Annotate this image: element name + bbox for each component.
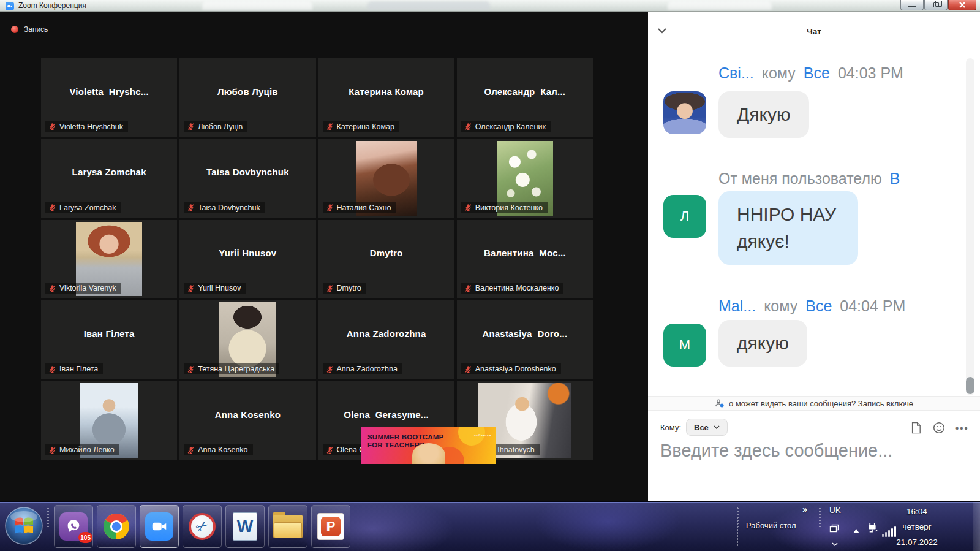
chrome-icon [102,512,130,541]
tray-show-hidden-icons[interactable] [853,525,860,536]
participant-label: Олександр Каленик [461,121,551,132]
chat-panel: Чат Сві... кому Все 04:03 PM Дякую От ме… [648,12,980,501]
muted-mic-icon [187,284,195,292]
taskbar-viber-button[interactable]: 105 [54,505,93,548]
participant-label: Наталия Сахно [323,202,396,213]
taskbar-word-button[interactable]: W [225,505,265,548]
restore-icon [933,2,939,7]
taskbar-snipping-tool-button[interactable]: ✂ [183,505,222,548]
participant-display-name: Валентина Мос... [457,248,593,258]
chat-scrollbar-thumb[interactable] [966,377,974,394]
muted-mic-icon [326,203,334,211]
participant-tile[interactable]: Любов Луців Любов Луців [179,58,315,137]
taskbar-powerpoint-button[interactable]: P [311,505,350,548]
caret-down-icon [714,425,720,429]
muted-mic-icon [326,284,334,292]
message-to-word: кому [764,297,797,315]
toolbar-overflow-chevron[interactable]: » [802,504,807,514]
participant-tile[interactable]: Larysa Zomchak Larysa Zomchak [41,139,177,218]
participant-tile[interactable]: Yurii Hnusov Yurii Hnusov [179,220,315,298]
participant-tile[interactable]: Viktoriia Varenyk [41,220,177,298]
start-button[interactable] [4,506,44,546]
clock-weekday: четверг [880,522,954,531]
participant-display-name: Olena Gerasyme... [318,409,454,419]
tray-clock[interactable]: 16:04 четверг 21.07.2022 [880,502,954,551]
language-indicator[interactable]: UK [829,506,841,515]
taskbar-chrome-button[interactable] [97,505,136,548]
tray-window-icon[interactable] [829,524,839,535]
screen: Zoom Конференция Запись Violetta Hryshc.… [0,0,980,551]
participant-tile[interactable]: Наталия Сахно [318,139,454,218]
participant-tile[interactable]: Тетяна Цареградська [179,300,315,379]
chat-scrollbar[interactable] [966,58,974,395]
participant-label: Тетяна Цареградська [184,363,279,374]
attach-file-icon[interactable] [909,421,922,435]
tray-remove-hardware-icon[interactable] [866,522,878,536]
privacy-person-icon [715,398,725,408]
banner-presenter-photo [412,443,445,464]
participant-tile[interactable]: Violetta Hryshc... Violetta Hryshchuk [41,58,177,137]
participant-label: Виктория Костенко [461,202,548,213]
clock-date: 21.07.2022 [880,538,954,547]
chat-title: Чат [648,27,980,36]
participant-label: Taisa Dovbynchuk [184,202,265,213]
close-icon [959,1,966,9]
participant-display-name: Anna Zadorozhna [318,329,454,339]
message-sender[interactable]: Mal... [718,297,756,315]
participant-tile[interactable]: Taisa Dovbynchuk Taisa Dovbynchuk [179,139,315,218]
participant-tile[interactable]: Anastasiya Doro... Anastasiya Doroshenko [457,300,593,379]
participant-label: Anastasiya Doroshenko [461,363,561,374]
participant-tile[interactable]: Катерина Комар Катерина Комар [318,58,454,137]
message-header: От меня пользователю В [718,170,900,188]
participant-tile[interactable]: Anna Zadorozhna Anna Zadorozhna [318,300,454,379]
close-button[interactable] [948,0,976,10]
message-time: 04:04 PM [840,297,905,315]
desktop-toolbar[interactable]: Рабочий стол [746,521,796,530]
bootcamp-ad-banner[interactable]: SUMMER BOOTCAMP FOR TEACHERS softserve [361,427,496,464]
emoji-icon[interactable] [932,421,946,435]
to-label: Кому: [660,423,681,432]
message-bubble: ННІРО НАУ дякує! [718,191,858,265]
viber-icon: 105 [59,512,88,541]
message-recipient[interactable]: Все [804,64,830,82]
participant-tile[interactable]: Виктория Костенко [457,139,593,218]
muted-mic-icon [326,365,334,373]
participant-display-name: Anna Kosenko [179,409,315,419]
minimize-button[interactable] [900,0,924,10]
clock-time: 16:04 [880,507,954,516]
window-titlebar: Zoom Конференция [0,0,980,12]
restore-button[interactable] [924,0,948,10]
participant-label: Любов Луців [184,121,247,132]
tray-caret-down-icon[interactable] [832,538,838,549]
message-input[interactable]: Введите здесь сообщение... [660,441,968,490]
show-desktop-button[interactable] [973,502,980,551]
background-tab-ghost [202,1,312,10]
participant-tile[interactable]: Олександр Кал... Олександр Каленик [457,58,593,137]
taskbar-explorer-button[interactable] [268,505,307,548]
zoom-icon [145,512,173,541]
participant-label: Anna Kosenko [184,444,252,455]
minimize-icon [908,6,916,7]
background-tab-ghost [368,1,490,10]
more-options-icon[interactable]: ••• [956,421,969,435]
message-sender[interactable]: Сві... [718,64,754,82]
participant-tile[interactable]: Dmytro Dmytro [318,220,454,298]
participant-label: Михайло Левко [45,444,119,455]
recording-indicator[interactable]: Запись [11,25,48,34]
participant-label: Violetta Hryshchuk [45,121,128,132]
recipient-select[interactable]: Все [686,419,728,436]
message-recipient[interactable]: Все [805,297,832,315]
participant-display-name: Larysa Zomchak [41,167,177,177]
participant-tile[interactable]: Михайло Левко [41,381,177,460]
avatar [663,91,706,134]
banner-brand-logo: softserve [474,433,491,437]
taskbar-zoom-button[interactable] [140,505,179,548]
message-own-prefix: От меня пользователю [718,170,882,188]
participant-display-name: Іван Гілета [41,329,177,339]
participant-tile[interactable]: Anna Kosenko Anna Kosenko [179,381,315,460]
participant-tile[interactable]: Валентина Мос... Валентина Москаленко [457,220,593,298]
participant-tile[interactable]: Іван Гілета Іван Гілета [41,300,177,379]
message-recipient[interactable]: В [890,170,900,188]
zoom-app-icon [6,2,14,10]
windows-logo-icon [4,506,44,546]
